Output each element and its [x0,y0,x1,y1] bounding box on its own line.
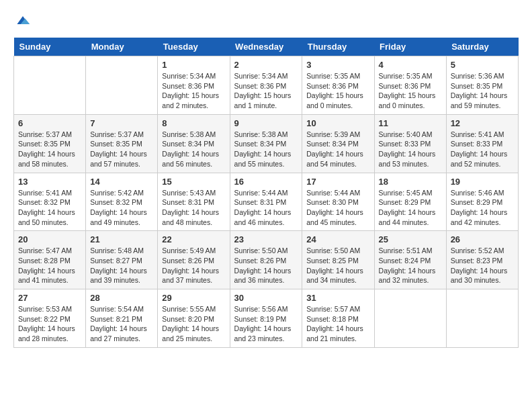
weekday-header-wednesday: Wednesday [230,38,302,56]
calendar-header-row: SundayMondayTuesdayWednesdayThursdayFrid… [14,38,519,56]
calendar-cell: 13Sunrise: 5:41 AM Sunset: 8:32 PM Dayli… [14,173,86,231]
calendar-cell [86,56,158,115]
weekday-header-saturday: Saturday [446,38,518,56]
day-info: Sunrise: 5:41 AM Sunset: 8:32 PM Dayligh… [18,188,81,228]
calendar-cell: 31Sunrise: 5:57 AM Sunset: 8:18 PM Dayli… [302,289,374,348]
calendar-cell: 15Sunrise: 5:43 AM Sunset: 8:31 PM Dayli… [158,173,230,231]
calendar-cell [14,56,86,115]
page-header [13,13,519,27]
calendar-cell: 1Sunrise: 5:34 AM Sunset: 8:36 PM Daylig… [158,56,230,115]
day-info: Sunrise: 5:46 AM Sunset: 8:29 PM Dayligh… [451,188,514,228]
day-number: 12 [451,118,514,128]
day-info: Sunrise: 5:36 AM Sunset: 8:35 PM Dayligh… [451,71,514,111]
day-info: Sunrise: 5:38 AM Sunset: 8:34 PM Dayligh… [234,130,298,169]
day-number: 1 [162,60,225,70]
day-info: Sunrise: 5:57 AM Sunset: 8:18 PM Dayligh… [306,304,369,344]
day-number: 9 [234,118,298,128]
calendar-cell: 21Sunrise: 5:48 AM Sunset: 8:27 PM Dayli… [86,231,158,289]
calendar-cell: 23Sunrise: 5:50 AM Sunset: 8:26 PM Dayli… [230,231,302,289]
day-number: 19 [451,177,514,187]
calendar-cell: 8Sunrise: 5:38 AM Sunset: 8:34 PM Daylig… [158,114,230,173]
day-info: Sunrise: 5:53 AM Sunset: 8:22 PM Dayligh… [18,304,81,344]
day-number: 15 [162,177,225,187]
calendar-cell [374,289,446,348]
day-info: Sunrise: 5:50 AM Sunset: 8:25 PM Dayligh… [306,246,369,285]
calendar-cell [446,289,518,348]
day-number: 14 [90,177,153,187]
day-number: 21 [90,234,153,244]
day-number: 10 [306,118,369,128]
weekday-header-monday: Monday [86,38,158,56]
weekday-header-friday: Friday [374,38,446,56]
calendar-cell: 29Sunrise: 5:55 AM Sunset: 8:20 PM Dayli… [158,289,230,348]
day-number: 18 [379,177,442,187]
weekday-header-tuesday: Tuesday [158,38,230,56]
day-number: 11 [379,118,442,128]
calendar-week-row: 13Sunrise: 5:41 AM Sunset: 8:32 PM Dayli… [14,173,519,231]
day-number: 2 [234,60,298,70]
day-info: Sunrise: 5:49 AM Sunset: 8:26 PM Dayligh… [162,246,225,285]
calendar-week-row: 6Sunrise: 5:37 AM Sunset: 8:35 PM Daylig… [14,114,519,173]
calendar-cell: 9Sunrise: 5:38 AM Sunset: 8:34 PM Daylig… [230,114,302,173]
day-number: 23 [234,234,298,244]
calendar-week-row: 1Sunrise: 5:34 AM Sunset: 8:36 PM Daylig… [14,56,519,115]
day-number: 6 [18,118,81,128]
day-info: Sunrise: 5:34 AM Sunset: 8:36 PM Dayligh… [234,71,298,111]
calendar-cell: 7Sunrise: 5:37 AM Sunset: 8:35 PM Daylig… [86,114,158,173]
day-number: 22 [162,234,225,244]
day-number: 27 [18,293,81,303]
day-number: 20 [18,234,81,244]
day-info: Sunrise: 5:44 AM Sunset: 8:31 PM Dayligh… [234,188,298,228]
day-number: 16 [234,177,298,187]
day-number: 29 [162,293,225,303]
logo-icon [15,13,31,27]
calendar-cell: 17Sunrise: 5:44 AM Sunset: 8:30 PM Dayli… [302,173,374,231]
day-info: Sunrise: 5:35 AM Sunset: 8:36 PM Dayligh… [379,71,442,111]
day-info: Sunrise: 5:37 AM Sunset: 8:35 PM Dayligh… [90,130,153,169]
day-number: 28 [90,293,153,303]
calendar-cell: 5Sunrise: 5:36 AM Sunset: 8:35 PM Daylig… [446,56,518,115]
calendar-cell: 26Sunrise: 5:52 AM Sunset: 8:23 PM Dayli… [446,231,518,289]
day-info: Sunrise: 5:42 AM Sunset: 8:32 PM Dayligh… [90,188,153,228]
day-info: Sunrise: 5:40 AM Sunset: 8:33 PM Dayligh… [379,130,442,169]
weekday-header-sunday: Sunday [14,38,86,56]
day-info: Sunrise: 5:44 AM Sunset: 8:30 PM Dayligh… [306,188,369,228]
day-info: Sunrise: 5:37 AM Sunset: 8:35 PM Dayligh… [18,130,81,169]
calendar-table: SundayMondayTuesdayWednesdayThursdayFrid… [13,38,519,348]
calendar-cell: 14Sunrise: 5:42 AM Sunset: 8:32 PM Dayli… [86,173,158,231]
weekday-header-thursday: Thursday [302,38,374,56]
day-number: 3 [306,60,369,70]
calendar-cell: 22Sunrise: 5:49 AM Sunset: 8:26 PM Dayli… [158,231,230,289]
calendar-cell: 4Sunrise: 5:35 AM Sunset: 8:36 PM Daylig… [374,56,446,115]
day-number: 8 [162,118,225,128]
day-info: Sunrise: 5:51 AM Sunset: 8:24 PM Dayligh… [379,246,442,285]
day-info: Sunrise: 5:39 AM Sunset: 8:34 PM Dayligh… [306,130,369,169]
day-number: 26 [451,234,514,244]
calendar-cell: 6Sunrise: 5:37 AM Sunset: 8:35 PM Daylig… [14,114,86,173]
calendar-cell: 20Sunrise: 5:47 AM Sunset: 8:28 PM Dayli… [14,231,86,289]
calendar-cell: 10Sunrise: 5:39 AM Sunset: 8:34 PM Dayli… [302,114,374,173]
day-number: 31 [306,293,369,303]
calendar-cell: 11Sunrise: 5:40 AM Sunset: 8:33 PM Dayli… [374,114,446,173]
logo [13,13,31,27]
calendar-cell: 18Sunrise: 5:45 AM Sunset: 8:29 PM Dayli… [374,173,446,231]
day-info: Sunrise: 5:47 AM Sunset: 8:28 PM Dayligh… [18,246,81,285]
day-number: 30 [234,293,298,303]
calendar-cell: 2Sunrise: 5:34 AM Sunset: 8:36 PM Daylig… [230,56,302,115]
calendar-cell: 12Sunrise: 5:41 AM Sunset: 8:33 PM Dayli… [446,114,518,173]
day-number: 17 [306,177,369,187]
calendar-cell: 27Sunrise: 5:53 AM Sunset: 8:22 PM Dayli… [14,289,86,348]
day-info: Sunrise: 5:55 AM Sunset: 8:20 PM Dayligh… [162,304,225,344]
day-number: 5 [451,60,514,70]
day-info: Sunrise: 5:50 AM Sunset: 8:26 PM Dayligh… [234,246,298,285]
day-number: 4 [379,60,442,70]
calendar-cell: 19Sunrise: 5:46 AM Sunset: 8:29 PM Dayli… [446,173,518,231]
day-info: Sunrise: 5:43 AM Sunset: 8:31 PM Dayligh… [162,188,225,228]
calendar-week-row: 27Sunrise: 5:53 AM Sunset: 8:22 PM Dayli… [14,289,519,348]
day-number: 13 [18,177,81,187]
day-info: Sunrise: 5:52 AM Sunset: 8:23 PM Dayligh… [451,246,514,285]
calendar-cell: 28Sunrise: 5:54 AM Sunset: 8:21 PM Dayli… [86,289,158,348]
calendar-cell: 16Sunrise: 5:44 AM Sunset: 8:31 PM Dayli… [230,173,302,231]
day-info: Sunrise: 5:56 AM Sunset: 8:19 PM Dayligh… [234,304,298,344]
day-info: Sunrise: 5:48 AM Sunset: 8:27 PM Dayligh… [90,246,153,285]
